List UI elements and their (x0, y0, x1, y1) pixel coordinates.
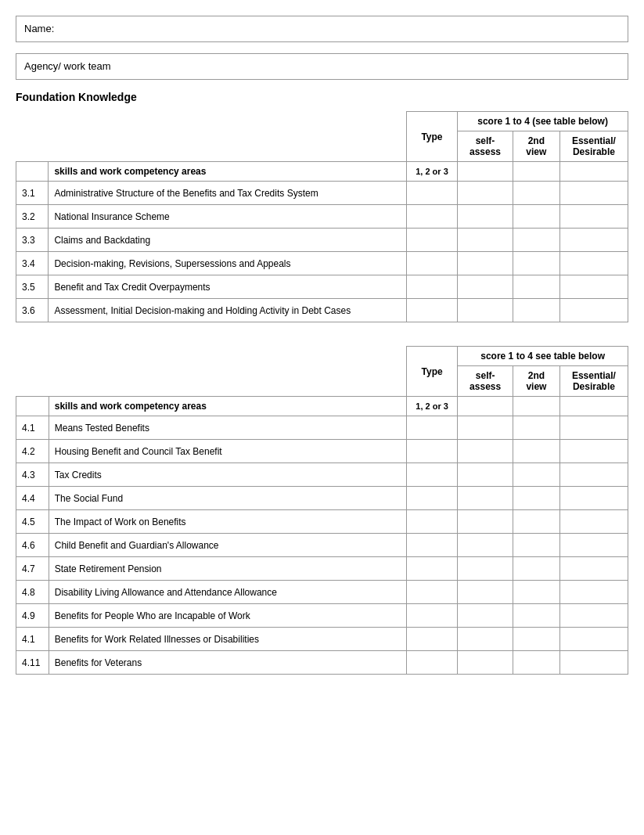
name-label: Name: (24, 23, 54, 34)
row-skill: Benefits for Work Related Illnesses or D… (49, 628, 406, 651)
row-2nd[interactable] (513, 557, 560, 581)
row-skill: State Retirement Pension (49, 557, 406, 581)
row-self[interactable] (458, 205, 513, 229)
section2-table: Type score 1 to 4 see table below self-a… (16, 346, 628, 675)
row-self[interactable] (458, 229, 513, 252)
row-num: 4.7 (16, 557, 49, 581)
row-self[interactable] (458, 182, 513, 205)
row-type[interactable] (406, 275, 457, 299)
row-type[interactable] (406, 205, 457, 229)
row-self[interactable] (458, 604, 513, 628)
row-essential[interactable] (559, 182, 628, 205)
row-essential[interactable] (559, 487, 628, 510)
row-2nd[interactable] (513, 628, 560, 651)
row-essential[interactable] (559, 651, 628, 675)
row-essential[interactable] (559, 557, 628, 581)
row-skill: Disability Living Allowance and Attendan… (49, 581, 406, 604)
row-2nd[interactable] (513, 534, 560, 557)
row-self[interactable] (458, 275, 513, 299)
row-self[interactable] (458, 487, 513, 510)
section1-title: Foundation Knowledge (16, 91, 628, 103)
table-row: 4.7 State Retirement Pension (16, 557, 628, 581)
row-skill: Decision-making, Revisions, Supersession… (49, 252, 406, 275)
row-2nd[interactable] (513, 416, 560, 440)
row-self[interactable] (458, 416, 513, 440)
table-row: 3.5 Benefit and Tax Credit Overpayments (16, 275, 628, 299)
row-essential[interactable] (559, 604, 628, 628)
row-num: 4.1 (16, 628, 49, 651)
table-row: 4.3 Tax Credits (16, 463, 628, 487)
row-num: 4.8 (16, 581, 49, 604)
row-type[interactable] (406, 299, 457, 322)
row-essential[interactable] (559, 252, 628, 275)
agency-field[interactable]: Agency/ work team (16, 53, 628, 80)
row-type[interactable] (406, 182, 457, 205)
row-skill: Tax Credits (49, 463, 406, 487)
row-essential[interactable] (559, 229, 628, 252)
row-2nd[interactable] (513, 510, 560, 534)
name-field[interactable]: Name: (16, 16, 628, 42)
table-row: 4.1 Benefits for Work Related Illnesses … (16, 628, 628, 651)
section2-2nd-header: 2nd view (513, 366, 560, 397)
row-2nd[interactable] (513, 182, 559, 205)
row-essential[interactable] (559, 510, 628, 534)
row-2nd[interactable] (513, 651, 560, 675)
row-2nd[interactable] (513, 463, 560, 487)
row-type[interactable] (406, 416, 457, 440)
row-essential[interactable] (559, 416, 628, 440)
section1-2nd-header: 2nd view (513, 131, 559, 162)
row-essential[interactable] (559, 440, 628, 463)
row-self[interactable] (458, 628, 513, 651)
row-type[interactable] (406, 628, 457, 651)
table-row: 4.5 The Impact of Work on Benefits (16, 510, 628, 534)
row-2nd[interactable] (513, 252, 559, 275)
row-2nd[interactable] (513, 229, 559, 252)
row-type[interactable] (406, 581, 457, 604)
row-self[interactable] (458, 440, 513, 463)
row-2nd[interactable] (513, 299, 559, 322)
row-type[interactable] (406, 651, 457, 675)
table-row: 3.3 Claims and Backdating (16, 229, 628, 252)
row-2nd[interactable] (513, 275, 559, 299)
table-row: 4.1 Means Tested Benefits (16, 416, 628, 440)
row-essential[interactable] (559, 275, 628, 299)
section2-block: Type score 1 to 4 see table below self-a… (16, 346, 628, 675)
row-type[interactable] (406, 534, 457, 557)
row-num: 3.2 (16, 205, 49, 229)
row-self[interactable] (458, 510, 513, 534)
row-self[interactable] (458, 534, 513, 557)
row-type[interactable] (406, 252, 457, 275)
row-type[interactable] (406, 557, 457, 581)
section1-skills-header: skills and work competency areas (49, 162, 406, 182)
row-num: 4.2 (16, 440, 49, 463)
row-essential[interactable] (559, 463, 628, 487)
row-essential[interactable] (559, 534, 628, 557)
row-self[interactable] (458, 252, 513, 275)
row-essential[interactable] (559, 299, 628, 322)
row-type[interactable] (406, 463, 457, 487)
row-2nd[interactable] (513, 205, 559, 229)
row-type[interactable] (406, 487, 457, 510)
row-essential[interactable] (559, 205, 628, 229)
row-self[interactable] (458, 581, 513, 604)
row-essential[interactable] (559, 581, 628, 604)
row-num: 4.11 (16, 651, 49, 675)
row-2nd[interactable] (513, 487, 560, 510)
row-2nd[interactable] (513, 440, 560, 463)
row-2nd[interactable] (513, 604, 560, 628)
row-skill: Benefits for Veterans (49, 651, 406, 675)
row-self[interactable] (458, 463, 513, 487)
table-row: 4.2 Housing Benefit and Council Tax Bene… (16, 440, 628, 463)
row-self[interactable] (458, 557, 513, 581)
row-type[interactable] (406, 229, 457, 252)
row-num: 4.1 (16, 416, 49, 440)
row-2nd[interactable] (513, 581, 560, 604)
row-type[interactable] (406, 440, 457, 463)
row-essential[interactable] (559, 628, 628, 651)
row-type[interactable] (406, 604, 457, 628)
row-skill: The Social Fund (49, 487, 406, 510)
row-self[interactable] (458, 651, 513, 675)
table-row: 4.11 Benefits for Veterans (16, 651, 628, 675)
row-self[interactable] (458, 299, 513, 322)
row-type[interactable] (406, 510, 457, 534)
